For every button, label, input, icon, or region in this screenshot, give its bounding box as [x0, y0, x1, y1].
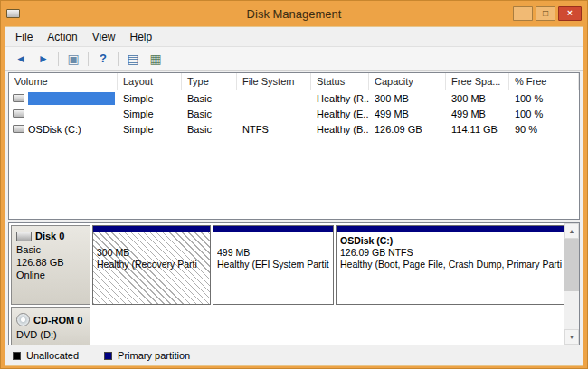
cdrom-0-row: CD-ROM 0 DVD (D:) [11, 308, 562, 345]
maximize-button[interactable]: □ [536, 6, 555, 21]
toolbar-separator [58, 52, 59, 66]
partition-efi[interactable]: 499 MB Healthy (EFI System Partit [213, 225, 334, 305]
window-title: Disk Management [5, 7, 583, 21]
partition-body: 300 MB Healthy (Recovery Parti [93, 232, 210, 304]
legend-bar: Unallocated Primary partition [8, 347, 580, 364]
help-icon[interactable]: ? [95, 51, 111, 67]
disk-type: Basic [16, 244, 85, 255]
column-header-file-system[interactable]: File System [237, 73, 311, 90]
layout-cell: Simple [118, 106, 182, 121]
free-space-cell: 114.11 GB [446, 121, 509, 137]
legend-label: Primary partition [118, 350, 190, 361]
cdrom-icon [16, 313, 30, 326]
volume-row-recovery[interactable]: Simple Basic Healthy (R... 300 MB 300 MB… [9, 90, 579, 106]
type-cell: Basic [182, 121, 237, 137]
disk-status: Online [16, 270, 85, 280]
minimize-button[interactable]: — [513, 6, 533, 21]
menu-file[interactable]: File [8, 29, 40, 45]
column-header-free-space[interactable]: Free Spa... [446, 73, 509, 90]
partition-osdisk[interactable]: OSDisk (C:) 126.09 GB NTFS Healthy (Boot… [336, 225, 566, 305]
capacity-cell: 300 MB [369, 90, 446, 106]
disk-0-row: Disk 0 Basic 126.88 GB Online 300 MB [11, 225, 562, 305]
menu-action[interactable]: Action [40, 29, 84, 45]
partition-color-bar [213, 226, 333, 232]
column-header-type[interactable]: Type [182, 73, 237, 90]
forward-icon[interactable]: ► [35, 51, 52, 67]
volume-icon [13, 94, 24, 102]
cdrom-name: CD-ROM 0 [33, 315, 82, 326]
capacity-cell: 126.09 GB [369, 121, 446, 137]
partition-color-bar [337, 226, 565, 232]
back-icon[interactable]: ◄ [13, 51, 29, 67]
column-header-status[interactable]: Status [311, 73, 369, 90]
volume-icon [13, 125, 24, 133]
partition-size: 126.09 GB NTFS [340, 247, 562, 259]
toolbar-separator [88, 52, 89, 66]
graphical-view-icon[interactable]: ▦ [147, 51, 164, 67]
layout-cell: Simple [118, 90, 182, 106]
cdrom-0-header[interactable]: CD-ROM 0 DVD (D:) [11, 308, 90, 345]
type-cell: Basic [182, 90, 237, 106]
column-header-pct-free[interactable]: % Free [509, 73, 579, 90]
partition-color-bar [93, 226, 210, 232]
column-header-layout[interactable]: Layout [118, 73, 182, 90]
partition-status: Healthy (Boot, Page File, Crash Dump, Pr… [340, 259, 562, 270]
disk-name: Disk 0 [35, 231, 64, 241]
caption-buttons: — □ × [510, 6, 582, 21]
graphical-view-pane: Disk 0 Basic 126.88 GB Online 300 MB [8, 222, 580, 345]
toolbar-separator [118, 52, 119, 66]
legend-primary-partition: Primary partition [104, 350, 190, 361]
vertical-scrollbar[interactable]: ▲ ▼ [564, 223, 579, 345]
selection-highlight [28, 92, 115, 105]
status-cell: Healthy (E... [311, 106, 369, 121]
close-button[interactable]: × [558, 6, 582, 21]
partition-name: OSDisk (C:) [340, 235, 562, 247]
volume-row-efi[interactable]: Simple Basic Healthy (E... 499 MB 499 MB… [9, 106, 579, 121]
volume-cell [9, 90, 118, 106]
pct-free-cell: 100 % [509, 106, 579, 121]
partition-name [97, 235, 206, 247]
unallocated-swatch [13, 352, 21, 360]
menu-view[interactable]: View [85, 29, 123, 45]
menu-bar: File Action View Help [5, 27, 583, 46]
partition-body: 499 MB Healthy (EFI System Partit [213, 232, 333, 304]
volume-list-header: Volume Layout Type File System Status Ca… [9, 73, 579, 90]
show-console-tree-icon[interactable]: ▣ [65, 51, 81, 67]
partition-size: 300 MB [97, 247, 206, 259]
volume-cell [9, 106, 118, 121]
file-system-cell [237, 90, 311, 106]
volume-icon [13, 109, 24, 118]
layout-cell: Simple [118, 121, 182, 137]
legend-label: Unallocated [26, 350, 79, 361]
status-cell: Healthy (B... [311, 121, 369, 137]
partition-area: 300 MB Healthy (Recovery Parti 499 MB He… [92, 225, 566, 305]
column-header-volume[interactable]: Volume [9, 73, 118, 90]
scrollbar-thumb[interactable] [564, 239, 579, 291]
volume-row-osdisk[interactable]: OSDisk (C:) Simple Basic NTFS Healthy (B… [9, 121, 579, 137]
disk-list-icon[interactable]: ▤ [125, 51, 141, 67]
pct-free-cell: 100 % [509, 90, 579, 106]
scroll-down-button[interactable]: ▼ [564, 329, 579, 345]
free-space-cell: 300 MB [446, 90, 509, 106]
partition-recovery[interactable]: 300 MB Healthy (Recovery Parti [92, 225, 211, 305]
pct-free-cell: 90 % [509, 121, 579, 137]
scrollbar-track[interactable] [564, 239, 579, 329]
column-header-capacity[interactable]: Capacity [369, 73, 446, 90]
capacity-cell: 499 MB [369, 106, 446, 121]
menu-help[interactable]: Help [123, 29, 160, 45]
status-cell: Healthy (R... [311, 90, 369, 106]
partition-status: Healthy (Recovery Parti [97, 259, 206, 270]
partition-size: 499 MB [217, 247, 329, 259]
partition-status: Healthy (EFI System Partit [217, 259, 329, 270]
disk-size: 126.88 GB [16, 257, 85, 268]
type-cell: Basic [182, 106, 237, 121]
free-space-cell: 499 MB [446, 106, 509, 121]
legend-unallocated: Unallocated [13, 350, 79, 361]
disk-0-header[interactable]: Disk 0 Basic 126.88 GB Online [11, 225, 90, 305]
partition-body: OSDisk (C:) 126.09 GB NTFS Healthy (Boot… [337, 232, 565, 304]
cdrom-type: DVD (D:) [16, 329, 85, 340]
toolbar: ◄ ► ▣ ? ▤ ▦ [5, 46, 583, 71]
window-frame: File Action View Help ◄ ► ▣ ? ▤ ▦ Volume… [5, 26, 583, 366]
disk-management-window: Disk Management — □ × File Action View H… [0, 0, 588, 369]
scroll-up-button[interactable]: ▲ [564, 223, 579, 239]
